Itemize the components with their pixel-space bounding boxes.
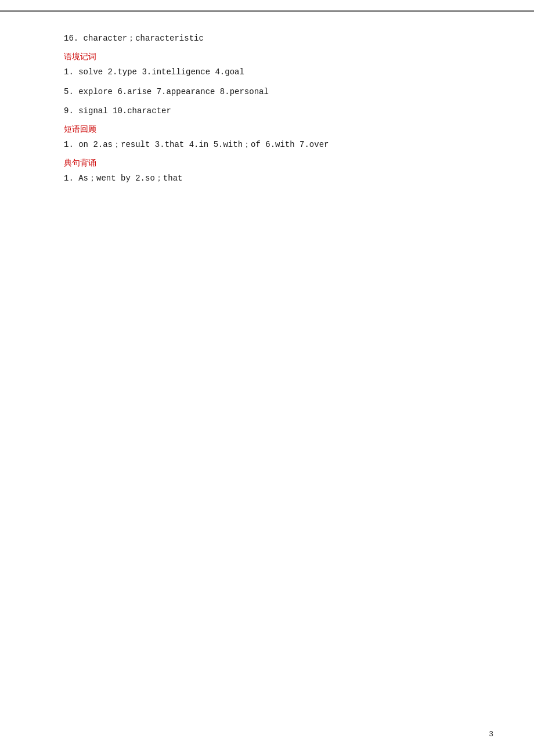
line-5-8: 5. explore 6.arise 7.appearance 8.person… (64, 85, 482, 99)
heading-sentences: 典句背诵 (64, 158, 482, 168)
line-phrases: 1. on 2.as；result 3.that 4.in 5.with；of … (64, 138, 482, 152)
line-sentences: 1. As；went by 2.so；that (64, 172, 482, 186)
heading-phrases: 短语回顾 (64, 124, 482, 135)
page-number: 3 (489, 730, 493, 739)
line-1-4: 1. solve 2.type 3.intelligence 4.goal (64, 66, 482, 80)
top-border (0, 10, 534, 12)
line-9-10: 9. signal 10.character (64, 105, 482, 118)
heading-yuanjing: 语境记词 (64, 52, 482, 62)
line-16: 16. character；characteristic (64, 32, 482, 46)
main-content: 16. character；characteristic 语境记词 1. sol… (0, 0, 534, 226)
